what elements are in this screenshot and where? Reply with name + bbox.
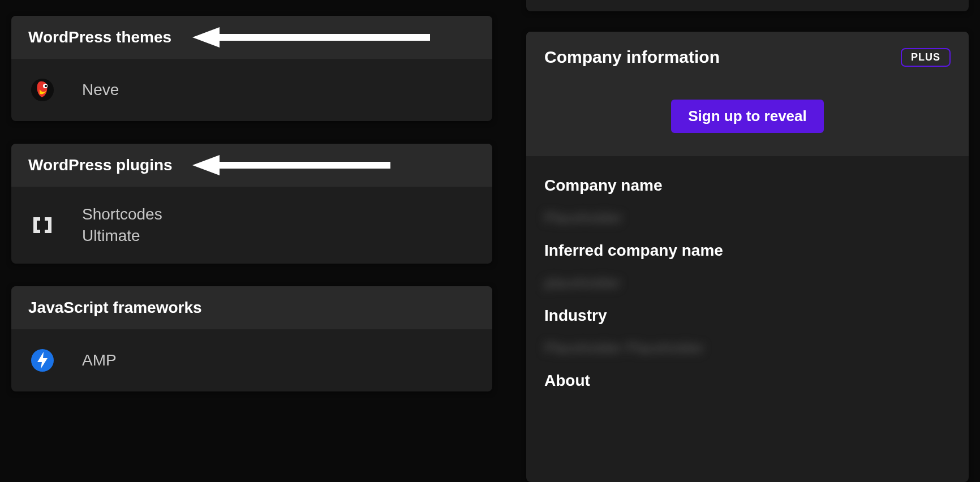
company-name-label: Company name [544, 177, 951, 195]
company-info-panel: Company information PLUS Sign up to reve… [526, 32, 969, 482]
company-info-header: Company information PLUS [526, 32, 969, 83]
company-info-title: Company information [544, 48, 720, 67]
arrow-annotation-icon [192, 24, 430, 51]
previous-panel-stub [526, 0, 969, 11]
theme-label: Neve [82, 79, 119, 101]
about-label: About [544, 372, 951, 390]
panel-title: WordPress plugins [28, 156, 173, 174]
panel-title: JavaScript frameworks [28, 299, 202, 317]
panel-header-plugins: WordPress plugins [11, 144, 492, 187]
svg-marker-6 [192, 155, 220, 175]
svg-marker-1 [192, 27, 220, 48]
bolt-icon [28, 346, 57, 375]
theme-item-neve[interactable]: Neve [11, 59, 492, 121]
signup-button[interactable]: Sign up to reveal [671, 100, 824, 133]
svg-point-4 [45, 85, 47, 87]
signup-row: Sign up to reveal [526, 83, 969, 156]
industry-label: Industry [544, 307, 951, 325]
framework-label: AMP [82, 350, 117, 371]
wordpress-themes-panel: WordPress themes Neve [11, 16, 492, 121]
plus-badge: PLUS [901, 48, 951, 67]
inferred-name-value: placeholder [544, 274, 951, 292]
arrow-annotation-icon [192, 152, 390, 179]
wordpress-plugins-panel: WordPress plugins Shortcodes Ultimate [11, 144, 492, 264]
plugin-item-shortcodes-ultimate[interactable]: Shortcodes Ultimate [11, 187, 492, 264]
panel-title: WordPress themes [28, 28, 171, 46]
company-name-value: Placeholder [544, 209, 951, 227]
framework-item-amp[interactable]: AMP [11, 329, 492, 391]
panel-header-jsframeworks: JavaScript frameworks [11, 286, 492, 329]
plugin-label: Shortcodes Ultimate [82, 204, 207, 247]
parrot-icon [28, 76, 57, 104]
js-frameworks-panel: JavaScript frameworks AMP [11, 286, 492, 391]
industry-value: Placeholder Placeholder [544, 339, 951, 357]
inferred-name-label: Inferred company name [544, 242, 951, 260]
panel-header-themes: WordPress themes [11, 16, 492, 59]
brackets-icon [28, 211, 57, 239]
